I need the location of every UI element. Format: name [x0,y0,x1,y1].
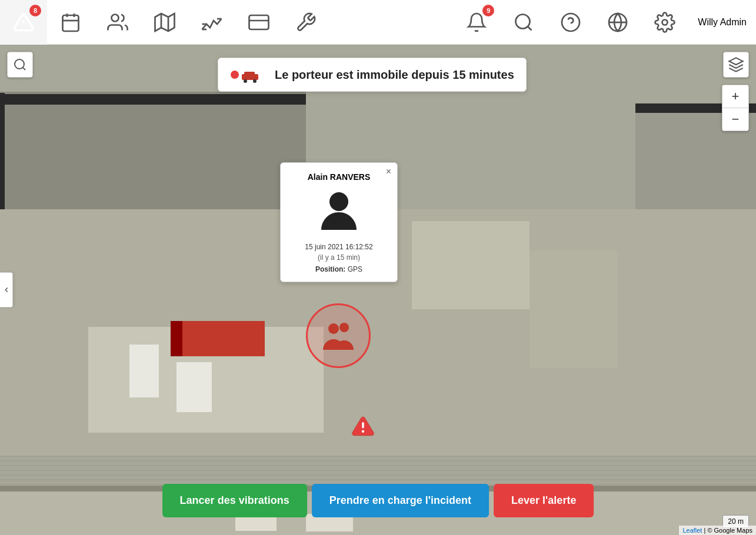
svg-rect-13 [249,15,269,29]
zoom-in-button[interactable]: + [722,85,748,108]
bell-badge: 9 [482,5,494,16]
user-name-label: Willy Admin [688,17,756,28]
svg-rect-2 [63,15,79,31]
dismiss-button[interactable]: Lever l'alerte [494,484,594,517]
svg-line-16 [528,26,532,30]
svg-point-6 [112,14,119,21]
svg-point-25 [231,71,239,79]
action-buttons-container: Lancer des vibrations Prendre en charge … [162,484,594,517]
person-avatar [315,188,362,235]
person-name: Alain RANVERS [292,172,385,182]
take-charge-button[interactable]: Prendre en charge l'incident [312,484,489,517]
alert-tooltip-text: Le porteur est immobile depuis 15 minute… [275,68,514,82]
vibrate-button[interactable]: Lancer des vibrations [162,484,307,517]
map-container[interactable]: + − Le porteur est immobile depuis 15 mi… [0,45,756,535]
nav-item-alert[interactable]: 8 [0,0,47,45]
person-timestamp: 15 juin 2021 16:12:52 (il y a 15 min) [292,242,385,263]
alert-tooltip: Le porteur est immobile depuis 15 minute… [218,58,527,92]
svg-line-23 [23,68,25,70]
zoom-out-button[interactable]: − [722,108,748,131]
svg-point-29 [253,79,257,83]
svg-point-17 [562,14,580,31]
svg-point-32 [339,323,349,332]
alert-strip [230,66,265,83]
google-maps-credit: © Google Maps [707,527,752,534]
svg-point-22 [15,59,24,69]
map-search-button[interactable] [7,52,33,78]
nav-item-search[interactable] [500,0,547,45]
header: 8 [0,0,756,45]
nav-item-help[interactable] [547,0,594,45]
nav-item-globe[interactable] [594,0,641,45]
vehicle-alert-icon [230,66,265,83]
alert-badge: 8 [29,5,41,16]
svg-point-28 [244,79,247,83]
nav-item-signal[interactable] [188,0,235,45]
scale-label: 20 m [728,517,744,526]
nav-item-wrench[interactable] [282,0,329,45]
zoom-controls: + − [722,85,749,131]
svg-marker-24 [729,58,742,65]
sidebar-collapse-arrow[interactable] [0,272,13,307]
nav-item-gear[interactable] [641,0,688,45]
leaflet-link[interactable]: Leaflet [682,527,702,534]
nav-item-map[interactable] [141,0,188,45]
card-close-button[interactable]: × [386,166,391,177]
nav-item-calendar[interactable] [47,0,94,45]
nav-item-bell[interactable]: 9 [453,0,500,45]
map-background [0,45,756,535]
person-cluster-marker[interactable] [306,303,371,368]
svg-rect-27 [244,72,255,76]
person-card: × Alain RANVERS 15 juin 2021 16:12:52 (i… [280,162,398,282]
svg-marker-7 [155,14,175,31]
svg-point-15 [516,14,530,28]
map-attribution: Leaflet | © Google Maps [679,526,756,535]
svg-point-31 [328,323,339,334]
warning-marker[interactable] [351,414,375,441]
svg-point-30 [329,192,348,211]
layer-control-button[interactable] [723,52,749,78]
nav-item-users[interactable] [94,0,141,45]
svg-point-21 [662,19,668,25]
nav-item-card[interactable] [235,0,282,45]
person-position: Position: GPS [292,265,385,273]
